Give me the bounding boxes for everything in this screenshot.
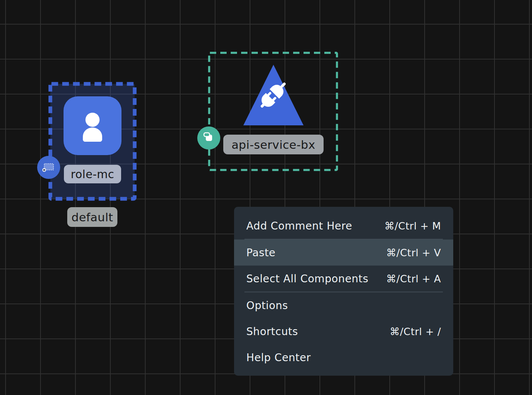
menu-item-options[interactable]: Options — [234, 292, 453, 318]
menu-item-shortcut: ⌘/Ctrl + V — [386, 247, 441, 258]
context-menu: Add Comment Here ⌘/Ctrl + M Paste ⌘/Ctrl… — [234, 207, 453, 376]
menu-item-help-center[interactable]: Help Center — [234, 344, 453, 370]
marquee-selection-icon — [41, 160, 56, 175]
node-status-default: default — [67, 207, 117, 227]
node-title-role-mc[interactable]: role-mc — [64, 165, 121, 183]
menu-item-label: Options — [246, 299, 288, 312]
menu-item-shortcut: ⌘/Ctrl + / — [390, 326, 441, 337]
menu-item-shortcut: ⌘/Ctrl + M — [385, 220, 441, 232]
menu-item-label: Paste — [246, 247, 276, 259]
menu-item-label: Help Center — [246, 351, 311, 364]
copy-icon — [201, 130, 217, 146]
copy-badge[interactable] — [197, 126, 220, 150]
api-triangle-shape[interactable] — [242, 62, 305, 126]
menu-item-shortcuts[interactable]: Shortcuts ⌘/Ctrl + / — [234, 318, 453, 344]
menu-item-label: Shortcuts — [246, 325, 298, 338]
menu-item-label: Select All Components — [246, 273, 369, 285]
node-title-api-service-bx[interactable]: api-service-bx — [223, 135, 324, 154]
menu-item-paste[interactable]: Paste ⌘/Ctrl + V — [234, 240, 453, 266]
menu-item-label: Add Comment Here — [246, 220, 352, 232]
user-icon — [74, 106, 111, 145]
marquee-selection-badge[interactable] — [37, 156, 60, 179]
role-icon-container[interactable] — [64, 96, 121, 155]
menu-item-select-all[interactable]: Select All Components ⌘/Ctrl + A — [234, 266, 453, 292]
menu-item-add-comment[interactable]: Add Comment Here ⌘/Ctrl + M — [234, 213, 453, 239]
diagram-canvas[interactable]: role-mc default api-service-bx — [0, 0, 532, 395]
menu-item-shortcut: ⌘/Ctrl + A — [386, 273, 441, 285]
